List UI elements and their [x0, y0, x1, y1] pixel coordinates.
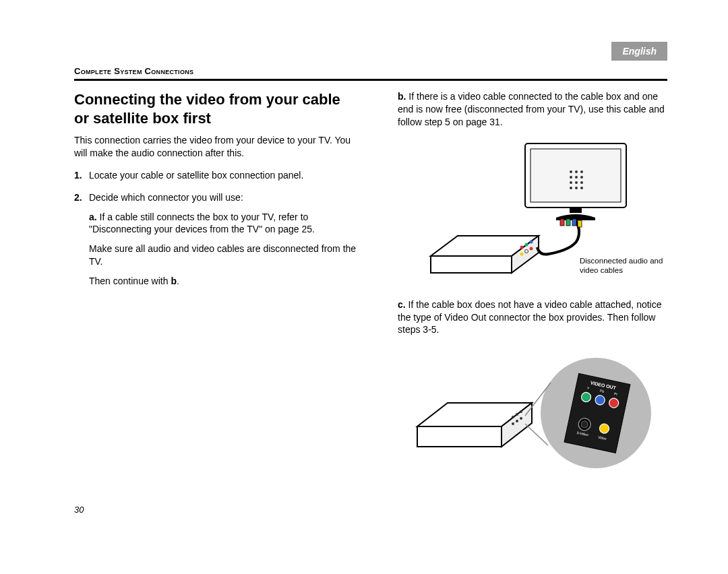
step-2: 2. Decide which connector you will use: … — [74, 191, 359, 294]
svg-point-9 — [575, 181, 578, 184]
substep-text: Then continue with b. — [89, 275, 359, 288]
substep-label: b. — [398, 91, 406, 102]
svg-rect-21 — [560, 219, 564, 226]
cable-box-icon — [417, 403, 532, 447]
step-text: Decide which connector you will use: — [89, 192, 243, 203]
section-header: Complete System Connections — [74, 66, 667, 76]
cables-icon — [537, 219, 582, 255]
substep-text: If the cable box does not have a video c… — [398, 299, 662, 336]
tv-icon — [525, 144, 626, 220]
right-column: b. If there is a video cable connected t… — [383, 90, 667, 492]
svg-point-16 — [525, 243, 528, 246]
svg-point-7 — [580, 176, 583, 179]
svg-point-27 — [520, 410, 522, 413]
step-number: 1. — [74, 169, 89, 182]
svg-rect-14 — [570, 208, 582, 213]
intro-text: This connection carries the video from y… — [74, 134, 359, 160]
step-1: 1. Locate your cable or satellite box co… — [74, 169, 359, 182]
svg-point-18 — [520, 252, 524, 255]
substep-a: a. If a cable still connects the box to … — [89, 211, 359, 288]
section-rule — [74, 79, 667, 81]
substep-label: c. — [398, 299, 406, 310]
language-tab: English — [611, 42, 667, 61]
svg-point-8 — [570, 181, 572, 184]
svg-point-25 — [512, 416, 514, 418]
svg-point-5 — [570, 176, 572, 179]
svg-point-2 — [570, 170, 572, 173]
figure-caption: Disconnected audio and video cables — [580, 256, 667, 276]
page-title: Connecting the video from your cable or … — [74, 90, 359, 127]
svg-point-10 — [580, 181, 583, 184]
svg-point-6 — [575, 176, 578, 179]
svg-point-13 — [580, 187, 583, 189]
svg-point-28 — [512, 422, 514, 425]
svg-rect-22 — [566, 219, 570, 226]
substep-b: b. If there is a video cable connected t… — [398, 90, 667, 129]
svg-point-26 — [516, 413, 518, 416]
left-column: Connecting the video from your cable or … — [74, 90, 359, 492]
svg-point-11 — [570, 187, 572, 189]
svg-point-17 — [530, 240, 533, 243]
svg-point-3 — [575, 170, 578, 173]
substep-label: a. — [89, 212, 97, 222]
svg-rect-23 — [572, 219, 576, 226]
step-number: 2. — [74, 191, 89, 294]
substep-text: If there is a video cable connected to t… — [398, 91, 665, 127]
svg-point-12 — [575, 187, 578, 189]
svg-point-4 — [580, 170, 583, 173]
svg-rect-24 — [578, 220, 582, 227]
svg-point-20 — [530, 247, 533, 250]
svg-point-15 — [520, 245, 524, 249]
svg-rect-1 — [530, 149, 621, 202]
zoom-circle-icon: VIDEO OUT Y Pb Pr S-Video — [525, 358, 651, 468]
substep-text: Make sure all audio and video cables are… — [89, 243, 359, 268]
svg-point-19 — [525, 249, 528, 253]
figure-box-videoout-zoom: VIDEO OUT Y Pb Pr S-Video — [383, 346, 667, 480]
cable-box-icon — [431, 236, 539, 273]
step-text: Locate your cable or satellite box conne… — [89, 169, 359, 182]
svg-point-29 — [516, 420, 518, 422]
svg-point-30 — [520, 417, 522, 420]
substep-c: c. If the cable box does not have a vide… — [398, 298, 667, 337]
substep-text: If a cable still connects the box to you… — [89, 212, 315, 235]
page-number: 30 — [74, 505, 84, 515]
figure-tv-box-cables: Disconnected audio and video cables — [383, 138, 667, 286]
